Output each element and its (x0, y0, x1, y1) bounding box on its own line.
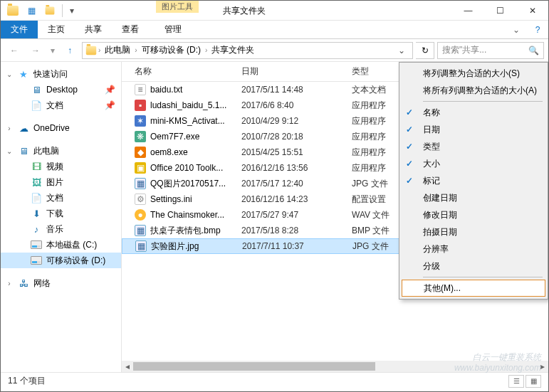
search-icon: 🔍 (528, 46, 539, 55)
ctx-size-all-columns-to-fit[interactable]: 将所有列调整为合适的大小(A) (402, 82, 545, 99)
nav-thispc[interactable]: ⌄🖥此电脑 (1, 143, 121, 159)
nav-videos[interactable]: 🎞视频 (1, 159, 121, 174)
file-name-cell: ●The Chainsmoker... (129, 209, 236, 221)
up-button[interactable]: ↑ (61, 41, 79, 60)
tab-manage[interactable]: 管理 (155, 21, 192, 38)
chevron-right-icon[interactable]: › (135, 46, 137, 54)
horizontal-scrollbar[interactable]: ◂ ▸ (122, 361, 548, 372)
ctx-col-rating[interactable]: 分级 (402, 258, 545, 275)
ctx-col-resolution[interactable]: 分辨率 (402, 240, 545, 258)
view-icons-button[interactable]: ▦ (526, 375, 541, 388)
qat-properties[interactable]: ▦ (23, 3, 39, 18)
column-date[interactable]: 日期 (236, 65, 346, 78)
check-icon: ✓ (406, 107, 413, 117)
path-icon (86, 46, 96, 55)
scroll-thumb[interactable] (133, 362, 375, 371)
check-icon: ✓ (406, 125, 413, 134)
file-icon: ⚙ (135, 194, 146, 205)
minimize-button[interactable]: — (452, 1, 484, 21)
status-bar: 11 个项目 ☰ ▦ (1, 372, 548, 389)
file-name: The Chainsmoker... (150, 210, 224, 220)
qat-separator (62, 4, 63, 17)
nav-network[interactable]: ›🖧网络 (1, 275, 121, 291)
nav-quick-access[interactable]: ⌄★快速访问 (1, 66, 121, 82)
nav-removable-d[interactable]: 可移动设备 (D:) (1, 253, 121, 268)
tab-home[interactable]: 主页 (38, 21, 75, 38)
scroll-track[interactable] (133, 361, 537, 372)
help-button[interactable]: ? (527, 21, 548, 38)
scroll-right-button[interactable]: ▸ (537, 361, 548, 372)
ctx-size-column-to-fit[interactable]: 将列调整为合适的大小(S) (402, 65, 545, 82)
tab-file[interactable]: 文件 (1, 21, 38, 38)
music-icon: ♪ (31, 223, 42, 235)
file-name-cell: ⚙Settings.ini (129, 194, 236, 205)
qat-customize[interactable]: ▾ (67, 6, 77, 16)
nav-pictures[interactable]: 🖼图片 (1, 174, 121, 190)
drive-icon (31, 256, 42, 265)
breadcrumb[interactable]: › 此电脑 › 可移动设备 (D:) › 共享文件夹 ⌄ (82, 42, 413, 59)
ctx-col-size[interactable]: ✓大小 (402, 155, 545, 172)
view-details-button[interactable]: ☰ (508, 375, 524, 388)
breadcrumb-dropdown[interactable]: ⌄ (394, 46, 409, 55)
ctx-col-date-modified[interactable]: 修改日期 (402, 206, 545, 223)
ctx-col-date-created[interactable]: 创建日期 (402, 189, 545, 206)
file-name-cell: ▣Office 2010 Toolk... (129, 162, 236, 174)
nav-desktop[interactable]: 🖥Desktop📌 (1, 82, 121, 97)
ctx-col-date[interactable]: ✓日期 (402, 121, 545, 138)
file-name: QQ图片20170517... (150, 178, 226, 190)
file-date-cell: 2017/5/11 14:48 (236, 85, 346, 95)
file-name-cell: ▪ludashi_baidu_5.1... (129, 100, 236, 111)
file-icon: ▣ (135, 162, 146, 174)
file-icon: ▪ (135, 100, 146, 111)
file-date-cell: 2016/12/16 13:56 (236, 163, 346, 173)
ctx-col-type[interactable]: ✓类型 (402, 138, 545, 155)
ctx-col-tags[interactable]: ✓标记 (402, 172, 545, 189)
window-icon[interactable] (5, 3, 21, 18)
breadcrumb-folder[interactable]: 共享文件夹 (209, 44, 257, 56)
refresh-button[interactable]: ↻ (416, 42, 434, 59)
ribbon-expand-button[interactable]: ⌄ (506, 21, 527, 38)
scroll-left-button[interactable]: ◂ (122, 361, 133, 372)
ctx-col-name[interactable]: ✓名称 (402, 104, 545, 121)
desktop-icon: 🖥 (31, 84, 42, 95)
nav-onedrive[interactable]: ›☁OneDrive (1, 120, 121, 136)
nav-local-c[interactable]: 本地磁盘 (C:) (1, 237, 121, 253)
file-name-cell: ✶mini-KMS_Activat... (129, 115, 236, 127)
back-button[interactable]: ← (5, 41, 23, 60)
nav-music[interactable]: ♪音乐 (1, 221, 121, 237)
tab-share[interactable]: 共享 (75, 21, 112, 38)
file-date-cell: 2017/5/17 12:40 (236, 179, 346, 189)
close-button[interactable]: ✕ (516, 1, 548, 21)
file-name-cell: ▦QQ图片20170517... (129, 178, 236, 190)
tab-view[interactable]: 查看 (112, 21, 149, 38)
nav-documents[interactable]: 📄文档 (1, 190, 121, 206)
file-name: baidu.txt (150, 85, 182, 95)
breadcrumb-thispc[interactable]: 此电脑 (102, 44, 133, 56)
file-name-cell: ▦实验图片.jpg (130, 240, 236, 253)
downloads-icon: ⬇ (31, 208, 42, 219)
file-date-cell: 2017/5/27 9:47 (236, 210, 346, 220)
qat-newfolder[interactable] (42, 3, 58, 18)
search-input[interactable]: 搜索"共享... 🔍 (437, 42, 544, 59)
file-name: oem8.exe (150, 147, 188, 157)
nav-downloads[interactable]: ⬇下载 (1, 206, 121, 221)
forward-button[interactable]: → (26, 41, 45, 60)
onedrive-icon: ☁ (18, 122, 29, 134)
ctx-col-date-taken[interactable]: 拍摄日期 (402, 223, 545, 240)
file-name-cell: ◆oem8.exe (129, 147, 236, 158)
file-name: 实验图片.jpg (151, 240, 199, 253)
file-date-cell: 2010/4/29 9:12 (236, 116, 346, 126)
column-name[interactable]: 名称 (129, 65, 236, 78)
ctx-other[interactable]: 其他(M)... (402, 280, 545, 297)
recent-dropdown[interactable]: ▾ (48, 41, 58, 60)
file-name: Oem7F7.exe (150, 132, 199, 142)
maximize-button[interactable]: ☐ (484, 1, 516, 21)
nav-documents-qa[interactable]: 📄文档📌 (1, 97, 121, 113)
chevron-right-icon[interactable]: › (205, 46, 207, 54)
check-icon: ✓ (406, 159, 413, 169)
chevron-right-icon[interactable]: › (98, 46, 100, 54)
file-date-cell: 2017/5/18 8:28 (236, 226, 346, 235)
file-name: 扶桌子表情包.bmp (150, 225, 221, 237)
breadcrumb-drive[interactable]: 可移动设备 (D:) (139, 44, 204, 56)
documents-icon: 📄 (31, 100, 42, 111)
